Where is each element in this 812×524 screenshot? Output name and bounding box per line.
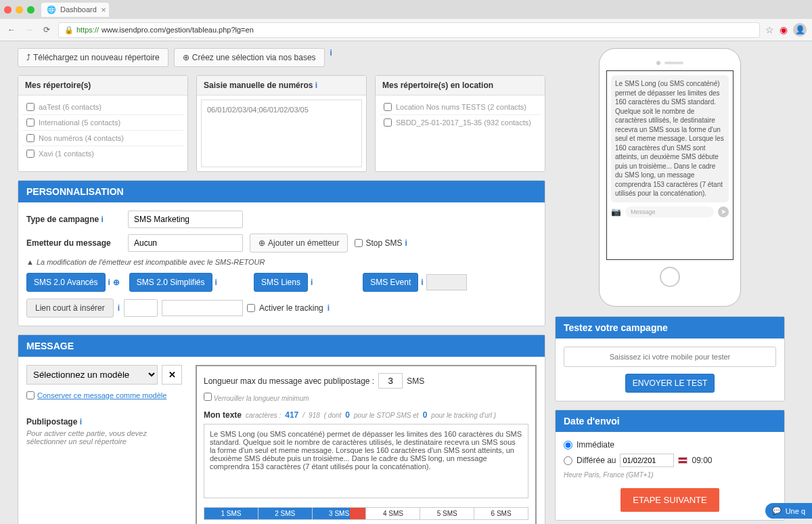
browser-tab[interactable]: 🌐 Dashboard — [41, 3, 109, 17]
repertoire-checkbox[interactable] — [26, 103, 35, 111]
repertoire-checkbox[interactable] — [384, 118, 392, 127]
save-model-link[interactable]: Conserver ce message comme modèle — [37, 391, 166, 399]
send-test-button[interactable]: ENVOYER LE TEST — [625, 374, 715, 393]
chars-used: 417 — [285, 410, 298, 420]
save-model-row[interactable]: Conserver ce message comme modèle — [26, 391, 182, 399]
plus-icon: ⊕ — [183, 53, 189, 62]
rented-repertoires-box: Mes répertoire(s) en location Location N… — [375, 75, 545, 172]
sms-links-button[interactable]: SMS Liens — [254, 273, 308, 292]
url-input[interactable]: 🔒 https://www.isendpro.com/gestion/table… — [58, 22, 760, 38]
lock-min-checkbox[interactable] — [204, 393, 212, 401]
tracking-label: Activer le tracking — [259, 303, 323, 313]
sms20-advanced-button[interactable]: SMS 2.0 Avancés — [26, 273, 106, 292]
repertoire-item[interactable]: SBDD_25-01-2017_15-35 (932 contacts) — [380, 115, 541, 130]
plus-icon: ⊕ — [258, 238, 265, 248]
repertoire-checkbox[interactable] — [384, 103, 392, 111]
deferred-label: Différée au — [577, 456, 616, 465]
pinterest-icon[interactable]: ◉ — [780, 24, 788, 35]
repertoire-item[interactable]: International (5 contacts) — [22, 115, 183, 131]
short-link-input-long[interactable] — [162, 300, 243, 316]
info-icon[interactable]: i — [118, 303, 120, 313]
sender-input[interactable] — [128, 234, 243, 252]
info-icon[interactable]: i — [315, 81, 317, 90]
repertoire-checkbox[interactable] — [26, 134, 35, 142]
info-icon[interactable]: i — [405, 238, 407, 248]
clear-model-button[interactable]: ✕ — [162, 365, 182, 385]
add-sender-button[interactable]: ⊕Ajouter un émetteur — [250, 234, 348, 253]
phone-speaker-icon — [664, 62, 683, 64]
create-selection-button[interactable]: ⊕Créez une sélection via nos bases — [174, 48, 325, 67]
max-length-unit: SMS — [407, 376, 424, 386]
stop-sms-checkbox-label[interactable]: Stop SMS i — [355, 238, 407, 248]
repertoire-item[interactable]: aaTest (6 contacts) — [22, 100, 183, 115]
reload-icon[interactable]: ⟳ — [41, 24, 53, 36]
info-icon[interactable]: i — [330, 48, 332, 67]
sms20-simplified-button[interactable]: SMS 2.0 Simplifiés — [129, 273, 212, 292]
info-icon[interactable]: i — [328, 303, 330, 313]
back-icon[interactable]: ← — [5, 24, 18, 36]
sms-textarea[interactable]: Le SMS Long (ou SMS concaténé) permet de… — [204, 424, 528, 498]
my-repertoires-title: Mes répertoire(s) — [18, 76, 187, 95]
top-action-buttons: ⤴Téléchargez un nouveau répertoire ⊕Crée… — [18, 48, 545, 67]
profile-avatar[interactable]: 👤 — [793, 23, 807, 37]
upload-icon: ⤴ — [26, 53, 30, 62]
immediate-label: Immédiate — [577, 440, 614, 450]
campaign-type-label: Type de campagne i — [26, 215, 121, 224]
rented-repertoires-title: Mes répertoire(s) en location — [376, 76, 545, 95]
info-icon[interactable]: i — [108, 278, 110, 287]
max-length-input[interactable] — [378, 373, 403, 389]
sms-segment: 2 SMS — [258, 508, 313, 519]
personnalisation-title: PERSONNALISATION — [18, 181, 545, 202]
sms-event-button[interactable]: SMS Event — [363, 273, 418, 292]
lock-icon: 🔒 — [64, 26, 74, 35]
short-link-button[interactable]: Lien court à insérer — [26, 299, 114, 318]
forward-icon[interactable]: → — [23, 24, 35, 36]
browser-chrome: 🌐 Dashboard ← → ⟳ 🔒 https://www.isendpro… — [0, 0, 812, 41]
lock-min-row[interactable]: Verrouiller la longueur minimum — [204, 393, 309, 402]
info-icon[interactable]: i — [102, 215, 104, 224]
send-date-panel: Date d'envoi Immédiate Différée au 09:00… — [555, 410, 785, 521]
publipostage-title: Publipostage i — [26, 417, 182, 427]
sender-warning: ▲La modification de l'émetteur est incom… — [26, 258, 537, 266]
minimize-window-icon[interactable] — [16, 6, 23, 14]
test-mobile-input[interactable] — [564, 347, 776, 367]
window-controls[interactable] — [4, 6, 35, 14]
repertoire-item[interactable]: Nos numéros (4 contacts) — [22, 131, 183, 146]
tracking-checkbox[interactable] — [247, 304, 255, 312]
immediate-radio[interactable] — [564, 441, 572, 450]
repertoire-item[interactable]: Location Nos nums TESTS (2 contacts) — [380, 100, 541, 115]
date-input[interactable] — [620, 454, 674, 467]
bookmark-icon[interactable]: ☆ — [765, 24, 774, 35]
plus-icon[interactable]: ⊕ — [113, 278, 120, 287]
maximize-window-icon[interactable] — [27, 6, 35, 14]
chars-label: caractères : — [246, 412, 281, 419]
message-title: MESSAGE — [18, 335, 545, 357]
close-window-icon[interactable] — [4, 6, 12, 14]
repertoire-checkbox[interactable] — [26, 150, 35, 158]
chat-widget[interactable]: 💬 Une q — [765, 503, 812, 519]
next-step-button[interactable]: ETAPE SUIVANTE — [621, 488, 719, 512]
info-icon[interactable]: i — [80, 417, 82, 427]
info-icon[interactable]: i — [421, 278, 423, 287]
sms-event-input[interactable] — [426, 274, 467, 290]
my-repertoires-box: Mes répertoire(s) aaTest (6 contacts) In… — [18, 75, 188, 172]
sender-label: Emetteur du message — [26, 238, 121, 248]
short-link-input-small[interactable] — [124, 299, 158, 317]
model-select[interactable]: Sélectionnez un modèle — [26, 365, 158, 385]
phone-home-button — [660, 267, 680, 287]
save-model-checkbox[interactable] — [26, 391, 35, 399]
sms-segment: 1 SMS — [204, 508, 258, 519]
info-icon[interactable]: i — [311, 278, 313, 287]
manual-numbers-box: Saisie manuelle de numéros i 06/01/02/03… — [196, 75, 367, 172]
manual-numbers-input[interactable]: 06/01/02/03/04;06/01/02/03/05 — [201, 100, 362, 167]
repertoire-checkbox[interactable] — [26, 118, 35, 127]
manual-numbers-title: Saisie manuelle de numéros i — [197, 76, 366, 95]
campaign-type-input[interactable] — [128, 211, 243, 228]
send-icon: ➤ — [718, 206, 729, 217]
repertoire-item[interactable]: Xavi (1 contacts) — [22, 146, 183, 161]
info-icon[interactable]: i — [215, 278, 217, 287]
sms-segment: 4 SMS — [366, 508, 420, 519]
deferred-radio[interactable] — [564, 456, 572, 465]
stop-sms-checkbox[interactable] — [355, 239, 363, 247]
upload-repertoire-button[interactable]: ⤴Téléchargez un nouveau répertoire — [18, 48, 168, 67]
